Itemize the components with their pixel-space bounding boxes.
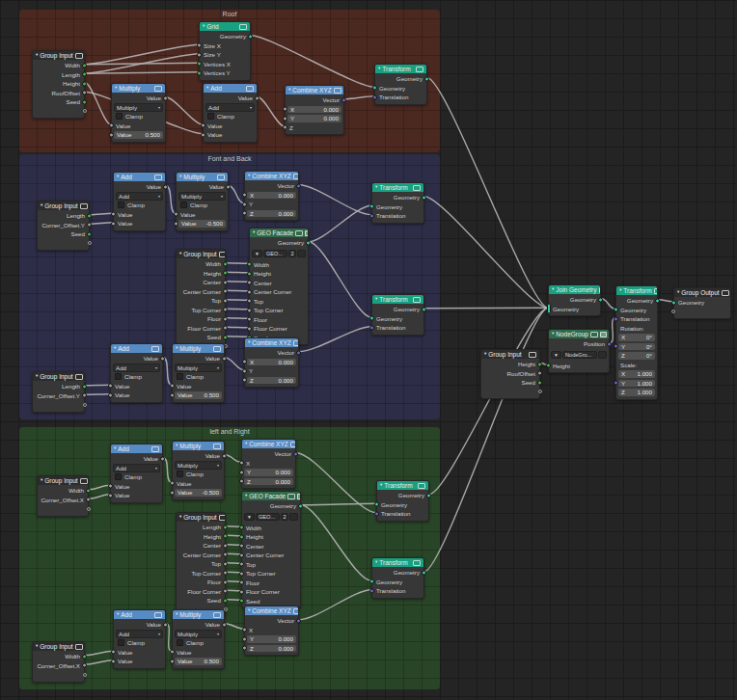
- socket-out-seed[interactable]: [82, 99, 87, 104]
- socket-out-floor-corner[interactable]: [223, 589, 228, 594]
- socket-in-value[interactable]: [111, 212, 116, 217]
- node-collapse-icon[interactable]: [334, 88, 341, 94]
- node-collapse-icon[interactable]: [239, 24, 247, 30]
- socket-in-y[interactable]: [614, 381, 618, 386]
- socket-in-translation[interactable]: [372, 94, 377, 99]
- socket-out-height[interactable]: [223, 534, 228, 539]
- socket-in-vertices-y[interactable]: [197, 70, 202, 75]
- node-tr_main[interactable]: ▾TransformGeometryGeometryTranslationRot…: [615, 285, 658, 400]
- node-header[interactable]: ▾Transform: [377, 481, 428, 490]
- socket-in-value[interactable]: [109, 123, 114, 128]
- virtual-socket[interactable]: [87, 507, 91, 511]
- socket-in-geometry[interactable]: [369, 204, 374, 209]
- socket-out-center-corner[interactable]: [223, 552, 228, 557]
- socket-out-value[interactable]: [163, 622, 168, 627]
- node-add_fb2[interactable]: ▾AddValueAdd▾ClampValueValue: [110, 343, 163, 403]
- collapse-arrow-icon[interactable]: ▾: [552, 287, 554, 292]
- socket-in-value[interactable]: [111, 650, 116, 655]
- socket-in-value[interactable]: [170, 481, 175, 486]
- operation-dropdown[interactable]: Add▾: [113, 363, 160, 373]
- collapse-arrow-icon[interactable]: ▾: [179, 175, 181, 179]
- node-header[interactable]: ▾Add: [111, 344, 162, 353]
- socket-in-x[interactable]: [242, 628, 247, 633]
- value-field-x[interactable]: X0.000: [247, 192, 296, 200]
- value-field-value[interactable]: Value0.500: [114, 131, 163, 139]
- socket-in-translation[interactable]: [369, 213, 374, 218]
- node-header[interactable]: ▾NodeGroup: [549, 330, 609, 338]
- value-field-y[interactable]: Y0°: [618, 343, 655, 351]
- clamp-checkbox[interactable]: [118, 202, 124, 208]
- node-header[interactable]: ▾Group Input: [177, 250, 225, 258]
- node-tr_roof[interactable]: ▾TransformGeometryGeometryTranslation: [374, 64, 427, 105]
- node-header[interactable]: ▾Combine XYZ: [245, 606, 298, 615]
- socket-in-floor[interactable]: [239, 580, 244, 585]
- node-header[interactable]: ▾Transform: [372, 183, 423, 192]
- socket-out-vector[interactable]: [341, 97, 346, 102]
- socket-out-position[interactable]: [607, 341, 612, 346]
- node-collapse-icon[interactable]: [290, 442, 295, 447]
- node-mul_fb1[interactable]: ▾MultiplyValueMultiply▾ClampValueValue-0…: [176, 172, 229, 231]
- socket-out-geometry[interactable]: [598, 297, 603, 302]
- value-field-value[interactable]: Value-0.500: [178, 220, 226, 228]
- node-gi_fb3[interactable]: ▾Group InputLengthCorner_Offset.Y: [32, 371, 85, 413]
- node-collapse-icon[interactable]: [413, 297, 421, 303]
- collapse-arrow-icon[interactable]: ▾: [179, 515, 181, 520]
- collapse-arrow-icon[interactable]: ▾: [253, 230, 255, 235]
- socket-in-vertices-x[interactable]: [197, 62, 202, 67]
- collapse-arrow-icon[interactable]: ▾: [245, 494, 247, 498]
- node-header[interactable]: ▾Add: [114, 173, 165, 181]
- node-gi_lr2[interactable]: ▾Group InputLengthHeightCenterCenter Cor…: [176, 512, 226, 617]
- nodetree-browse-button[interactable]: ▾: [244, 513, 255, 521]
- value-field-z[interactable]: Z0.000: [247, 645, 296, 653]
- user-count-badge[interactable]: 2: [288, 250, 296, 257]
- clamp-checkbox[interactable]: [207, 113, 214, 120]
- collapse-arrow-icon[interactable]: ▾: [248, 608, 250, 613]
- node-out_main[interactable]: ▾Group OutputGeometry: [673, 287, 731, 319]
- socket-out-length[interactable]: [82, 384, 87, 389]
- node-collapse-icon[interactable]: [154, 86, 162, 92]
- collapse-arrow-icon[interactable]: ▾: [36, 644, 38, 649]
- collapse-arrow-icon[interactable]: ▾: [619, 288, 621, 293]
- collapse-arrow-icon[interactable]: ▾: [41, 478, 42, 483]
- node-collapse-icon[interactable]: [217, 175, 225, 180]
- node-header[interactable]: ▾Add: [204, 84, 257, 93]
- node-collapse-icon[interactable]: [413, 560, 421, 566]
- socket-in-center-corner[interactable]: [247, 289, 252, 294]
- socket-out-floor[interactable]: [223, 316, 228, 321]
- node-collapse-icon[interactable]: [654, 288, 657, 294]
- node-header[interactable]: ▾Group Input: [38, 476, 88, 485]
- node-collapse-icon[interactable]: [154, 175, 162, 180]
- socket-in-y[interactable]: [242, 636, 247, 641]
- socket-in-y[interactable]: [242, 368, 247, 373]
- node-gi_r[interactable]: ▾Group InputHeightRoofOffsetSeed: [480, 349, 540, 399]
- socket-out-corner-offset-x[interactable]: [86, 498, 91, 502]
- node-collapse-icon[interactable]: [219, 515, 225, 521]
- virtual-socket[interactable]: [83, 673, 87, 677]
- nodetree-name-field[interactable]: GEO...: [263, 250, 287, 257]
- collapse-arrow-icon[interactable]: ▾: [288, 88, 290, 93]
- collapse-arrow-icon[interactable]: ▾: [378, 67, 380, 71]
- socket-out-geometry[interactable]: [422, 195, 426, 200]
- fake-user-shield-icon[interactable]: [598, 351, 607, 359]
- node-gi_fb2[interactable]: ▾Group InputWidthHeightCenterCenter Corn…: [176, 249, 226, 354]
- node-add_lr2[interactable]: ▾AddValueAdd▾ClampValueValue: [113, 609, 166, 669]
- value-field-x[interactable]: X0.000: [287, 106, 341, 114]
- fake-user-shield-icon[interactable]: [289, 513, 298, 521]
- node-header[interactable]: ▾Multiply: [173, 344, 224, 353]
- node-tr_lr1[interactable]: ▾TransformGeometryGeometryTranslation: [376, 480, 429, 522]
- value-field-y[interactable]: Y0.000: [244, 469, 293, 476]
- socket-in-top[interactable]: [247, 299, 252, 304]
- socket-in-width[interactable]: [239, 525, 244, 530]
- value-field-x[interactable]: X0.000: [247, 359, 296, 366]
- socket-out-seed[interactable]: [87, 231, 92, 236]
- collapse-arrow-icon[interactable]: ▾: [41, 203, 42, 208]
- node-cmb_fb2[interactable]: ▾Combine XYZVectorX0.000YZ0.000: [244, 337, 299, 388]
- node-collapse-icon[interactable]: [80, 203, 88, 209]
- node-cmb_lr1[interactable]: ▾Combine XYZVectorXY0.000Z0.000: [241, 439, 296, 489]
- node-collapse-icon[interactable]: [416, 67, 423, 72]
- collapse-arrow-icon[interactable]: ▾: [206, 86, 208, 91]
- socket-out-width[interactable]: [223, 261, 228, 266]
- clamp-checkbox[interactable]: [118, 639, 124, 646]
- node-cmb_fb1[interactable]: ▾Combine XYZVectorX0.000YZ0.000: [244, 171, 299, 221]
- clamp-checkbox[interactable]: [177, 373, 183, 380]
